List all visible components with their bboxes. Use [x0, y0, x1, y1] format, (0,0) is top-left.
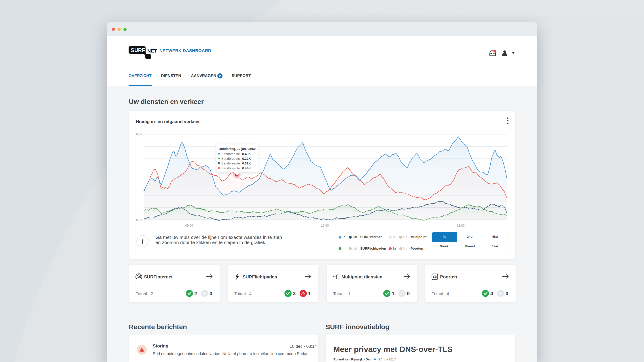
svg-text:SURF: SURF [131, 47, 145, 53]
